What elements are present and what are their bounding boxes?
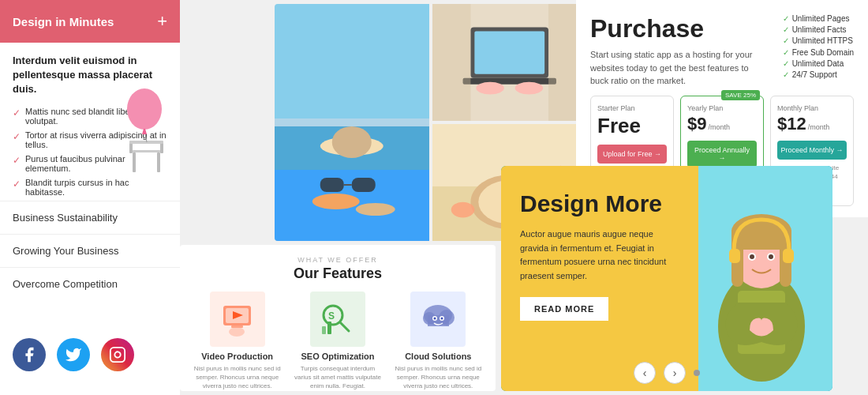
- carousel-dot: [694, 370, 700, 376]
- check-icon: ✓: [13, 107, 21, 118]
- design-in-minutes-label: Design in Minutes: [13, 15, 114, 28]
- feature-unlimited-pages: ✓Unlimited Pages: [783, 14, 854, 23]
- monthly-plan-price: $12: [777, 114, 806, 134]
- balloon-illustration: [109, 79, 180, 182]
- design-more-content: Design More Auctor augue mauris augue ne…: [501, 166, 698, 391]
- svg-rect-28: [432, 4, 470, 121]
- yearly-plan-button[interactable]: Proceed Annually →: [687, 141, 757, 167]
- svg-point-15: [312, 194, 360, 209]
- check-icon: ✓: [13, 179, 21, 190]
- svg-point-68: [750, 254, 754, 259]
- svg-rect-25: [462, 78, 556, 85]
- cloud-solutions-name: Cloud Solutions: [394, 352, 483, 361]
- svg-rect-48: [327, 322, 331, 334]
- seo-optimization-icon: S: [310, 292, 365, 347]
- svg-point-35: [451, 202, 474, 218]
- nav-item-growing-business[interactable]: Growing Your Business: [0, 234, 180, 267]
- svg-rect-43: [316, 298, 359, 341]
- svg-rect-24: [474, 32, 544, 74]
- feature-unlimited-facts: ✓Unlimited Facts: [783, 25, 854, 34]
- twitter-icon[interactable]: [57, 338, 90, 371]
- design-more-title: Design More: [520, 190, 679, 218]
- expand-icon[interactable]: +: [157, 11, 167, 32]
- svg-rect-19: [320, 178, 344, 192]
- svg-text:S: S: [328, 310, 335, 322]
- yearly-plan-price: $9: [687, 114, 706, 134]
- photo-cell-beach: [275, 4, 429, 241]
- svg-point-27: [514, 82, 543, 95]
- design-more-description: Auctor augue mauris augue neque gravida …: [520, 228, 679, 283]
- purchase-description: Start using static app as a hosting for …: [590, 48, 764, 88]
- svg-rect-47: [322, 326, 326, 334]
- video-production-icon: [210, 292, 265, 347]
- monthly-plan-per: /month: [808, 123, 830, 131]
- svg-rect-14: [275, 118, 429, 126]
- feature-item-seo: S SEO Optimization Turpis consequat inte…: [293, 292, 382, 391]
- video-production-desc: Nisl purus in mollis nunc sed id semper.…: [193, 364, 282, 391]
- seo-optimization-name: SEO Optimization: [293, 352, 382, 361]
- carousel-next-button[interactable]: ›: [664, 362, 686, 384]
- feature-item-video: Video Production Nisl purus in mollis nu…: [193, 292, 282, 391]
- svg-point-69: [769, 254, 773, 259]
- svg-point-56: [433, 317, 436, 319]
- nav-items: Business Sustainability Growing Your Bus…: [0, 201, 180, 300]
- social-icons: [13, 338, 134, 371]
- yearly-plan-label: Yearly Plan: [687, 104, 757, 112]
- design-more-panel: Design More Auctor augue mauris augue ne…: [501, 166, 832, 391]
- nav-item-business-sustainability[interactable]: Business Sustainability: [0, 201, 180, 234]
- starter-plan-price: Free: [597, 114, 667, 138]
- svg-rect-2: [157, 152, 160, 172]
- check-icon: ✓: [13, 155, 21, 166]
- purchase-features: ✓Unlimited Pages ✓Unlimited Facts ✓Unlim…: [783, 14, 854, 81]
- svg-rect-70: [729, 249, 740, 263]
- svg-point-16: [356, 203, 395, 216]
- feature-support: ✓24/7 Support: [783, 70, 854, 79]
- design-more-photo: [690, 166, 832, 391]
- read-more-button[interactable]: READ MORE: [520, 297, 608, 321]
- photo-cell-laptop: [432, 4, 587, 121]
- feature-unlimited-data: ✓Unlimited Data: [783, 59, 854, 68]
- svg-marker-8: [142, 129, 147, 134]
- svg-point-6: [127, 88, 162, 130]
- svg-point-26: [476, 82, 504, 95]
- svg-point-42: [229, 327, 245, 337]
- carousel-controls: ‹ ›: [501, 362, 832, 384]
- features-subtitle: WHAT WE OFFER: [193, 256, 483, 264]
- monthly-plan-button[interactable]: Proceed Monthly →: [777, 141, 847, 160]
- starter-plan-button[interactable]: Upload for Free →: [597, 145, 667, 164]
- starter-plan-label: Starter Plan: [597, 104, 667, 112]
- cloud-solutions-icon: [410, 292, 466, 347]
- svg-rect-1: [133, 152, 136, 172]
- feature-free-subdomain: ✓Free Sub Domain: [783, 48, 854, 57]
- video-production-name: Video Production: [193, 352, 282, 361]
- svg-rect-3: [129, 142, 133, 153]
- svg-rect-20: [352, 178, 376, 192]
- carousel-prev-button[interactable]: ‹: [634, 362, 656, 384]
- monthly-plan-label: Monthly Plan: [777, 104, 847, 112]
- svg-point-18: [332, 126, 372, 158]
- save-badge: SAVE 25%: [721, 90, 760, 100]
- svg-rect-9: [110, 348, 125, 362]
- svg-rect-0: [133, 150, 160, 152]
- left-panel: Design in Minutes + Interdum velit euism…: [0, 0, 180, 395]
- svg-rect-71: [783, 249, 794, 263]
- svg-point-57: [440, 317, 443, 319]
- seo-optimization-desc: Turpis consequat interdum varius sit ame…: [293, 364, 382, 391]
- facebook-icon[interactable]: [13, 338, 46, 371]
- features-grid: Video Production Nisl purus in mollis nu…: [193, 292, 483, 391]
- cloud-solutions-desc: Nisl purus in mollis nunc sed id semper.…: [394, 364, 483, 391]
- features-panel: WHAT WE OFFER Our Features Video Product…: [180, 245, 496, 391]
- features-title: Our Features: [193, 265, 483, 282]
- feature-unlimited-https: ✓Unlimited HTTPS: [783, 36, 854, 45]
- instagram-icon[interactable]: [101, 338, 134, 371]
- check-icon: ✓: [13, 131, 21, 142]
- svg-rect-4: [160, 142, 163, 153]
- design-in-minutes-header[interactable]: Design in Minutes +: [0, 0, 180, 43]
- feature-item-cloud: Cloud Solutions Nisl purus in mollis nun…: [394, 292, 483, 391]
- yearly-plan-per: /month: [708, 123, 730, 131]
- nav-item-overcome-competition[interactable]: Overcome Competition: [0, 267, 180, 300]
